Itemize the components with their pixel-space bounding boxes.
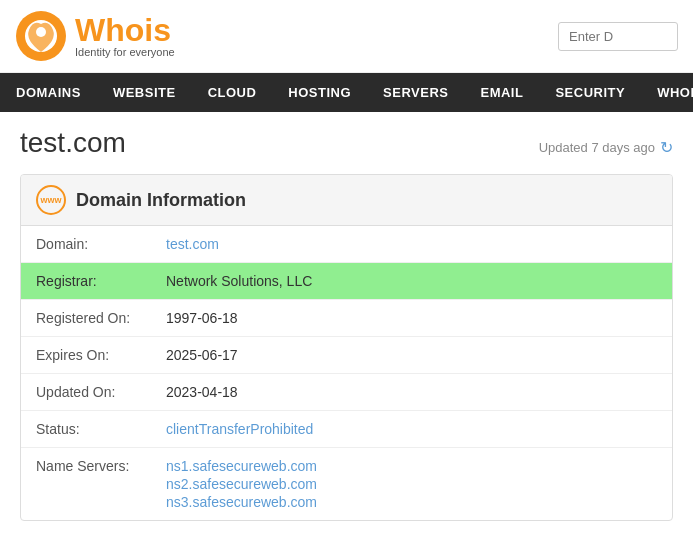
info-row-name-servers: Name Servers: ns1.safesecureweb.com ns2.… bbox=[21, 448, 672, 520]
nav-item-hosting[interactable]: HOSTING bbox=[272, 73, 367, 112]
logo-name: Whois bbox=[75, 14, 175, 46]
nav-item-domains[interactable]: DOMAINS bbox=[0, 73, 97, 112]
name-servers-label: Name Servers: bbox=[36, 458, 166, 474]
registrar-label: Registrar: bbox=[36, 273, 166, 289]
nav-item-cloud[interactable]: CLOUD bbox=[192, 73, 273, 112]
info-card-title: Domain Information bbox=[76, 190, 246, 211]
expires-on-value: 2025-06-17 bbox=[166, 347, 238, 363]
domain-info-card: www Domain Information Domain: test.com … bbox=[20, 174, 673, 521]
header: Whois Identity for everyone bbox=[0, 0, 693, 73]
refresh-icon[interactable]: ↻ bbox=[660, 138, 673, 157]
nav-item-whois[interactable]: WHOIS bbox=[641, 73, 693, 112]
www-label: www bbox=[40, 195, 61, 205]
nav-item-email[interactable]: EMAIL bbox=[464, 73, 539, 112]
status-label: Status: bbox=[36, 421, 166, 437]
info-row-domain: Domain: test.com bbox=[21, 226, 672, 263]
logo-area: Whois Identity for everyone bbox=[15, 10, 175, 62]
registered-on-value: 1997-06-18 bbox=[166, 310, 238, 326]
nav-item-website[interactable]: WEBSITE bbox=[97, 73, 192, 112]
updated-text: Updated 7 days ago bbox=[539, 140, 655, 155]
status-value[interactable]: clientTransferProhibited bbox=[166, 421, 313, 437]
name-servers-values: ns1.safesecureweb.com ns2.safesecureweb.… bbox=[166, 458, 317, 510]
domain-title-row: test.com Updated 7 days ago ↻ bbox=[20, 127, 673, 159]
expires-on-label: Expires On: bbox=[36, 347, 166, 363]
updated-info: Updated 7 days ago ↻ bbox=[539, 138, 673, 157]
svg-point-2 bbox=[36, 27, 46, 37]
domain-title: test.com bbox=[20, 127, 126, 159]
info-row-status: Status: clientTransferProhibited bbox=[21, 411, 672, 448]
logo-text: Whois Identity for everyone bbox=[75, 14, 175, 58]
info-row-updated-on: Updated On: 2023-04-18 bbox=[21, 374, 672, 411]
nav-item-servers[interactable]: SERVERS bbox=[367, 73, 464, 112]
name-server-3[interactable]: ns3.safesecureweb.com bbox=[166, 494, 317, 510]
updated-on-label: Updated On: bbox=[36, 384, 166, 400]
info-card-header: www Domain Information bbox=[21, 175, 672, 226]
info-row-expires-on: Expires On: 2025-06-17 bbox=[21, 337, 672, 374]
search-input[interactable] bbox=[558, 22, 678, 51]
info-row-registrar: Registrar: Network Solutions, LLC bbox=[21, 263, 672, 300]
registered-on-label: Registered On: bbox=[36, 310, 166, 326]
name-server-1[interactable]: ns1.safesecureweb.com bbox=[166, 458, 317, 474]
registrar-value: Network Solutions, LLC bbox=[166, 273, 312, 289]
www-icon: www bbox=[36, 185, 66, 215]
main-nav: DOMAINS WEBSITE CLOUD HOSTING SERVERS EM… bbox=[0, 73, 693, 112]
page-content: test.com Updated 7 days ago ↻ www Domain… bbox=[0, 112, 693, 536]
whois-logo-icon bbox=[15, 10, 67, 62]
domain-value[interactable]: test.com bbox=[166, 236, 219, 252]
domain-label: Domain: bbox=[36, 236, 166, 252]
nav-item-security[interactable]: SECURITY bbox=[539, 73, 641, 112]
name-server-2[interactable]: ns2.safesecureweb.com bbox=[166, 476, 317, 492]
updated-on-value: 2023-04-18 bbox=[166, 384, 238, 400]
logo-tagline: Identity for everyone bbox=[75, 46, 175, 58]
info-row-registered-on: Registered On: 1997-06-18 bbox=[21, 300, 672, 337]
